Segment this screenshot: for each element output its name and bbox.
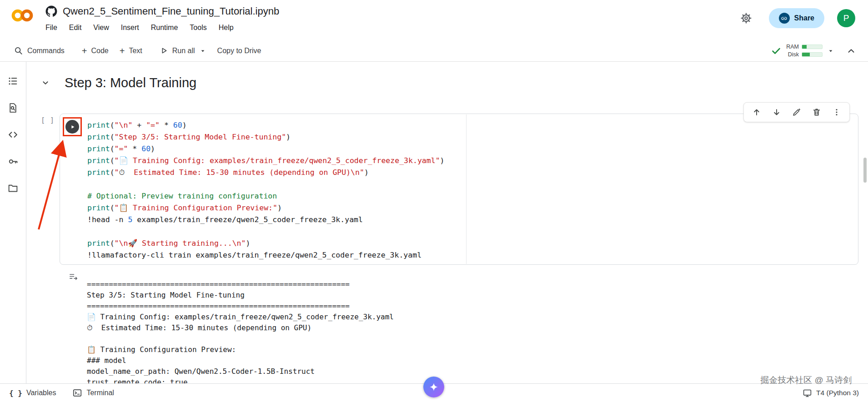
terminal-icon xyxy=(72,388,82,398)
add-text-button[interactable]: + Text xyxy=(114,44,148,58)
variables-icon: { } xyxy=(9,389,22,397)
colab-logo-icon xyxy=(10,7,35,24)
output-actions-button[interactable] xyxy=(65,269,81,284)
code-line[interactable] xyxy=(87,179,847,190)
menu-view[interactable]: View xyxy=(87,21,115,34)
code-line[interactable]: print("📋 Training Configuration Preview:… xyxy=(87,202,847,214)
add-code-button[interactable]: + Code xyxy=(76,44,114,58)
secrets-key-icon xyxy=(7,156,19,167)
resources-button[interactable]: RAM Disk xyxy=(768,43,837,59)
code-line[interactable]: # Optional: Preview training configurati… xyxy=(87,190,847,202)
commands-label: Commands xyxy=(27,47,65,55)
output-line: Step 3/5: Starting Model Fine-tuning xyxy=(87,290,394,301)
output-line: model_name_or_path: Qwen/Qwen2.5-Coder-1… xyxy=(87,366,394,377)
share-label: Share xyxy=(794,14,814,22)
colab-logo[interactable] xyxy=(9,6,35,25)
sidebar-item-files[interactable] xyxy=(4,179,22,197)
sidebar-item-find-replace[interactable] xyxy=(4,99,22,117)
title-block: Qwen2_5_Sentiment_Fine_tuning_Tutorial.i… xyxy=(45,4,279,34)
runtime-status[interactable]: T4 (Python 3) xyxy=(803,388,859,398)
variables-label: Variables xyxy=(26,389,56,397)
header-actions: Share P xyxy=(736,8,855,28)
arrow-down-icon xyxy=(772,107,782,117)
plus-icon: + xyxy=(120,46,125,55)
colab-app: Qwen2_5_Sentiment_Fine_tuning_Tutorial.i… xyxy=(0,0,868,402)
more-cell-actions-button[interactable] xyxy=(828,104,845,120)
github-icon[interactable] xyxy=(45,5,57,17)
code-cell[interactable]: print("\n" + "=" * 60)print("Step 3/5: S… xyxy=(60,114,858,265)
menu-help[interactable]: Help xyxy=(213,21,240,34)
section-collapse-button[interactable] xyxy=(37,74,54,91)
code-editor[interactable]: print("\n" + "=" * 60)print("Step 3/5: S… xyxy=(87,119,847,261)
gear-icon xyxy=(740,12,752,24)
delete-cell-button[interactable] xyxy=(808,104,825,120)
code-line[interactable]: print("Step 3/5: Starting Model Fine-tun… xyxy=(87,131,847,143)
notebook-content: Step 3: Model Training [ ] xyxy=(26,62,868,383)
scrollbar-thumb[interactable] xyxy=(863,158,867,183)
output-line: ⏱ Estimated Time: 15-30 minutes (dependi… xyxy=(87,323,394,333)
plus-icon: + xyxy=(82,46,87,55)
variables-button[interactable]: { } Variables xyxy=(9,389,56,397)
output-line: ========================================… xyxy=(87,301,394,312)
gemini-button[interactable] xyxy=(423,377,444,397)
avatar[interactable]: P xyxy=(837,9,855,27)
menu-runtime[interactable]: Runtime xyxy=(145,21,184,34)
runtime-icon xyxy=(803,388,812,398)
copy-to-drive-label: Copy to Drive xyxy=(217,47,261,55)
ai-edit-icon xyxy=(792,107,802,117)
menu-file[interactable]: File xyxy=(40,21,63,34)
link-icon xyxy=(779,13,790,24)
menu-edit[interactable]: Edit xyxy=(63,21,88,34)
files-folder-icon xyxy=(7,183,19,194)
output-line: ========================================… xyxy=(87,279,394,290)
run-cell-button[interactable] xyxy=(65,120,79,134)
more-vert-icon xyxy=(832,107,842,117)
code-line[interactable]: print("\n🚀 Starting training...\n") xyxy=(87,238,847,249)
terminal-button[interactable]: Terminal xyxy=(72,388,114,398)
ram-gauge xyxy=(802,45,823,49)
sidebar-item-table-of-contents[interactable] xyxy=(4,72,22,90)
menubar: FileEditViewInsertRuntimeToolsHelp xyxy=(40,21,279,34)
caret-down-icon xyxy=(199,47,206,55)
header: Qwen2_5_Sentiment_Fine_tuning_Tutorial.i… xyxy=(0,0,868,40)
sidebar-item-code-snippets[interactable] xyxy=(4,125,22,144)
code-line[interactable]: print("=" * 60) xyxy=(87,143,847,155)
ai-edit-cell-button[interactable] xyxy=(788,104,805,120)
run-cell-icon xyxy=(69,123,76,131)
notebook-title[interactable]: Qwen2_5_Sentiment_Fine_tuning_Tutorial.i… xyxy=(63,5,279,17)
cell-execution-indicator: [ ] xyxy=(41,116,55,124)
move-cell-down-button[interactable] xyxy=(768,104,785,120)
disk-gauge xyxy=(802,52,823,57)
collapse-header-button[interactable] xyxy=(843,42,860,60)
run-all-label: Run all xyxy=(172,47,195,55)
code-line[interactable] xyxy=(87,226,847,238)
add-text-label: Text xyxy=(129,47,142,55)
chevron-down-icon xyxy=(40,78,50,88)
move-cell-up-button[interactable] xyxy=(748,104,765,120)
code-line[interactable]: !head -n 5 examples/train_freeze/qwen2_5… xyxy=(87,214,847,226)
menu-tools[interactable]: Tools xyxy=(184,21,212,34)
code-line[interactable]: print("⏱ Estimated Time: 15-30 minutes (… xyxy=(87,167,847,179)
code-line[interactable]: !llamafactory-cli train examples/train_f… xyxy=(87,249,847,261)
add-code-label: Code xyxy=(91,47,109,55)
run-all-button[interactable]: Run all xyxy=(154,44,212,58)
left-icon-rail xyxy=(0,62,26,383)
terminal-label: Terminal xyxy=(86,389,114,397)
commands-button[interactable]: Commands xyxy=(8,43,70,58)
chevron-up-icon xyxy=(846,46,856,56)
menu-insert[interactable]: Insert xyxy=(115,21,145,34)
copy-to-drive-button[interactable]: Copy to Drive xyxy=(212,44,267,58)
code-line[interactable]: print("\n" + "=" * 60) xyxy=(87,119,847,131)
cell-toolbar xyxy=(743,102,850,122)
output-line: ### model xyxy=(87,355,394,366)
code-line[interactable]: print("📄 Training Config: examples/train… xyxy=(87,155,847,167)
share-button[interactable]: Share xyxy=(769,8,824,28)
sidebar-item-secrets[interactable] xyxy=(4,152,22,170)
output-line xyxy=(87,333,394,344)
connected-check-icon xyxy=(771,45,782,56)
notebook-toolbar: Commands + Code + Text Run all Copy to D… xyxy=(0,40,868,62)
section-title[interactable]: Step 3: Model Training xyxy=(65,75,196,90)
disk-label: Disk xyxy=(788,51,799,58)
settings-gear-button[interactable] xyxy=(736,8,756,28)
gemini-sparkle-icon xyxy=(428,381,440,393)
